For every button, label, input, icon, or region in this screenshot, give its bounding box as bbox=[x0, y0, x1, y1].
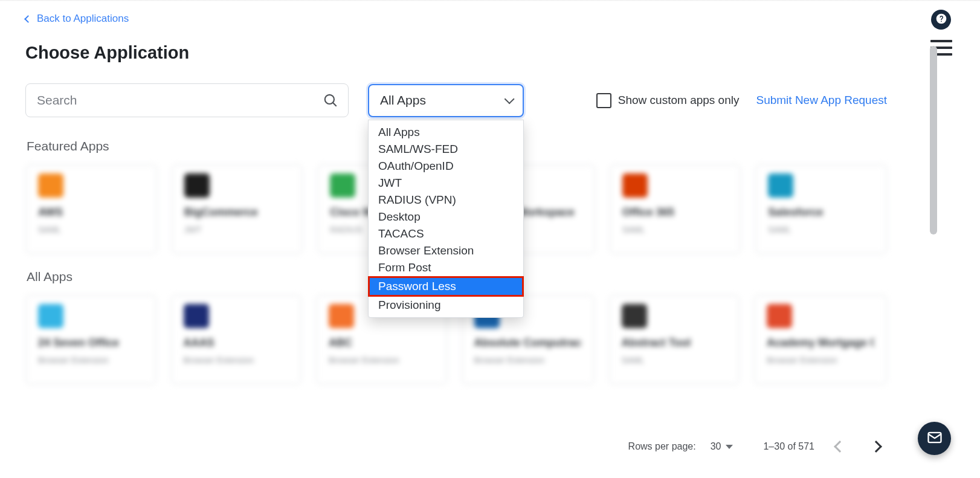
search-input[interactable] bbox=[36, 92, 323, 108]
dropdown-option[interactable]: Password Less bbox=[368, 276, 524, 297]
chevron-left-icon bbox=[834, 441, 846, 453]
app-logo bbox=[622, 304, 647, 328]
search-icon bbox=[323, 92, 338, 108]
app-logo bbox=[768, 173, 793, 198]
chevron-right-icon bbox=[870, 441, 882, 453]
app-card[interactable]: Academy Mortgage C…Browser Extension bbox=[754, 295, 887, 384]
app-name: BigCommerce bbox=[184, 206, 291, 219]
app-type-dropdown-list[interactable]: All AppsSAML/WS-FEDOAuth/OpenIDJWTRADIUS… bbox=[368, 120, 524, 318]
dropdown-option[interactable]: Form Post bbox=[369, 259, 523, 276]
app-name: 24 Seven Office bbox=[38, 337, 144, 349]
app-tag: Browser Extension bbox=[184, 355, 289, 365]
main-content: Back to Applications Choose Application … bbox=[0, 1, 912, 478]
back-link-label: Back to Applications bbox=[37, 13, 129, 25]
app-name: Absolute Computrace bbox=[474, 337, 582, 349]
app-tag: Browser Extension bbox=[38, 355, 144, 365]
app-logo bbox=[329, 304, 354, 328]
show-custom-label: Show custom apps only bbox=[618, 94, 740, 107]
svg-point-0 bbox=[325, 95, 334, 104]
app-logo bbox=[330, 173, 355, 198]
svg-line-1 bbox=[333, 103, 337, 106]
app-logo bbox=[184, 304, 209, 328]
app-name: AAAS bbox=[184, 337, 289, 349]
triangle-down-icon bbox=[726, 445, 733, 449]
app-card[interactable]: AAASBrowser Extension bbox=[171, 295, 302, 384]
app-card[interactable]: Abstract ToolSAML bbox=[609, 295, 740, 384]
app-logo bbox=[38, 173, 63, 198]
rows-per-page-select[interactable]: 30 bbox=[711, 441, 733, 452]
app-name: ABC bbox=[329, 337, 434, 349]
app-name: Salesforce bbox=[768, 206, 874, 219]
chevron-left-icon bbox=[24, 15, 32, 23]
dropdown-option[interactable]: JWT bbox=[369, 175, 523, 192]
rows-per-page-label: Rows per page: bbox=[628, 441, 696, 452]
app-type-dropdown[interactable]: All Apps All AppsSAML/WS-FEDOAuth/OpenID… bbox=[368, 84, 524, 117]
app-card[interactable]: BigCommerceJWT bbox=[172, 164, 303, 254]
show-custom-checkbox[interactable]: Show custom apps only bbox=[596, 93, 740, 108]
app-card[interactable]: AWSSAML bbox=[25, 164, 157, 254]
submit-new-app-link[interactable]: Submit New App Request bbox=[756, 94, 887, 107]
page-range-label: 1–30 of 571 bbox=[763, 441, 814, 452]
app-type-dropdown-button[interactable]: All Apps bbox=[368, 84, 524, 117]
filter-row: All Apps All AppsSAML/WS-FEDOAuth/OpenID… bbox=[25, 83, 887, 117]
scrollbar-track[interactable] bbox=[929, 0, 938, 478]
app-card[interactable]: Office 365SAML bbox=[610, 164, 741, 254]
rows-per-page-value: 30 bbox=[711, 441, 721, 452]
app-tag: SAML bbox=[622, 225, 729, 234]
app-tag: Browser Extension bbox=[329, 355, 434, 365]
pager-prev-button[interactable] bbox=[829, 436, 851, 457]
checkbox-box-icon bbox=[596, 93, 611, 108]
dropdown-option[interactable]: Desktop bbox=[369, 208, 523, 225]
dropdown-option[interactable]: All Apps bbox=[369, 124, 523, 141]
app-logo bbox=[38, 304, 63, 328]
back-link[interactable]: Back to Applications bbox=[25, 13, 887, 25]
app-tag: SAML bbox=[768, 225, 874, 234]
search-field-wrap[interactable] bbox=[25, 83, 349, 117]
page-title: Choose Application bbox=[25, 43, 887, 63]
dropdown-option[interactable]: SAML/WS-FED bbox=[369, 141, 523, 158]
app-name: AWS bbox=[38, 206, 144, 219]
chat-fab-button[interactable] bbox=[918, 422, 951, 455]
app-logo bbox=[767, 304, 792, 328]
pager-next-button[interactable] bbox=[865, 436, 887, 457]
pagination-bar: Rows per page: 30 1–30 of 571 bbox=[628, 436, 912, 457]
dropdown-option[interactable]: RADIUS (VPN) bbox=[369, 192, 523, 208]
app-tag: JWT bbox=[184, 225, 291, 234]
app-name: Abstract Tool bbox=[622, 337, 727, 349]
filter-right-controls: Show custom apps only Submit New App Req… bbox=[596, 93, 887, 108]
app-tag: SAML bbox=[622, 355, 727, 365]
app-name: Office 365 bbox=[622, 206, 729, 219]
scrollbar-thumb[interactable] bbox=[930, 46, 937, 234]
app-logo bbox=[184, 173, 210, 198]
dropdown-option[interactable]: Browser Extension bbox=[369, 242, 523, 259]
app-tag: SAML bbox=[38, 225, 144, 234]
app-tag: Browser Extension bbox=[767, 355, 874, 365]
app-name: Academy Mortgage C… bbox=[767, 337, 874, 349]
app-card[interactable]: SalesforceSAML bbox=[755, 164, 887, 254]
dropdown-selected-label: All Apps bbox=[380, 93, 426, 108]
app-tag: Browser Extension bbox=[474, 355, 582, 365]
dropdown-option[interactable]: TACACS bbox=[369, 225, 523, 242]
chevron-down-icon bbox=[505, 94, 515, 104]
app-card[interactable]: 24 Seven OfficeBrowser Extension bbox=[25, 295, 156, 384]
dropdown-option[interactable]: Provisioning bbox=[369, 297, 523, 314]
app-logo bbox=[622, 173, 648, 198]
mail-icon bbox=[926, 429, 943, 448]
dropdown-option[interactable]: OAuth/OpenID bbox=[369, 158, 523, 175]
